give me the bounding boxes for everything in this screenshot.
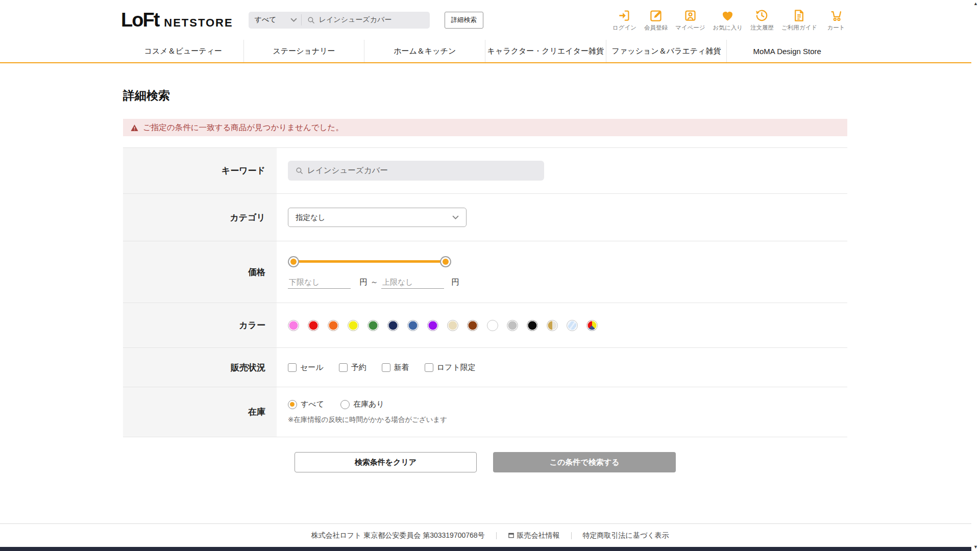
nav-home-kitchen[interactable]: ホーム＆キッチン: [364, 40, 485, 62]
favorites-link[interactable]: お気に入り: [713, 9, 743, 32]
logo-loft-text: LoFt: [121, 9, 159, 31]
color-swatch-yellow[interactable]: [348, 320, 359, 331]
loft-exclusive-checkbox[interactable]: [425, 363, 433, 372]
guide-link[interactable]: ご利用ガイド: [781, 9, 817, 32]
color-swatch-beige[interactable]: [447, 320, 458, 331]
color-swatch-navy[interactable]: [387, 320, 399, 331]
chevron-down-icon: [290, 18, 297, 22]
order-history-icon: [755, 9, 769, 22]
price-slider-max-handle[interactable]: [440, 256, 451, 267]
order-history-link[interactable]: 注文履歴: [750, 9, 774, 32]
stock-note: ※在庫情報の反映に時間がかかる場合がございます: [288, 415, 847, 424]
footer-dark-bar: [0, 547, 971, 551]
nav-stationery[interactable]: ステーショナリー: [243, 40, 364, 62]
price-label: 価格: [123, 241, 277, 303]
stock-label: 在庫: [123, 387, 277, 437]
login-icon: [618, 9, 631, 22]
sale-checkbox[interactable]: [288, 363, 297, 372]
stock-all-radio-label: すべて: [301, 399, 324, 409]
favorites-label: お気に入り: [713, 24, 743, 32]
footer-company-info: 株式会社ロフト 東京都公安委員会 第303319700768号: [311, 531, 484, 540]
stock-all-radio-item[interactable]: すべて: [288, 399, 324, 409]
price-max-input[interactable]: [381, 277, 444, 289]
category-nav: コスメ＆ビューティー ステーショナリー ホーム＆キッチン キャラクター・クリエイ…: [0, 40, 980, 63]
reservation-checkbox-item[interactable]: 予約: [339, 363, 366, 372]
color-swatch-blue[interactable]: [407, 320, 419, 331]
category-select[interactable]: 指定なし: [288, 208, 467, 227]
reservation-checkbox-label: 予約: [351, 363, 366, 372]
color-swatch-purple[interactable]: [427, 320, 438, 331]
new-arrival-checkbox-item[interactable]: 新着: [382, 363, 409, 372]
color-swatch-clear[interactable]: [567, 320, 578, 331]
nav-moma-design-store[interactable]: MoMA Design Store: [726, 40, 847, 62]
stock-row: 在庫 すべて 在庫あり ※在庫情報の反映に時間がかかる場合がございます: [123, 387, 847, 437]
login-link[interactable]: ログイン: [612, 9, 636, 32]
footer-link-seller-info-label: 販売会社情報: [517, 531, 560, 540]
footer-link-seller-info[interactable]: 販売会社情報: [508, 531, 560, 540]
mypage-link[interactable]: マイページ: [675, 9, 705, 32]
register-link[interactable]: 会員登録: [644, 9, 668, 32]
clear-conditions-button[interactable]: 検索条件をクリア: [295, 452, 477, 472]
header-search-bar: すべて: [249, 12, 430, 29]
price-slider-min-handle[interactable]: [288, 256, 299, 267]
color-swatch-red[interactable]: [308, 320, 319, 331]
footer: 株式会社ロフト 東京都公安委員会 第303319700768号 販売会社情報 特…: [0, 523, 980, 547]
nav-character-creator[interactable]: キャラクター・クリエイター雑貨: [485, 40, 606, 62]
mypage-label: マイページ: [675, 24, 705, 32]
color-swatch-pink[interactable]: [288, 320, 299, 331]
search-with-conditions-button[interactable]: この条件で検索する: [493, 452, 676, 472]
color-swatch-brown[interactable]: [467, 320, 478, 331]
logo-netstore-text: NETSTORE: [164, 16, 233, 30]
color-swatch-gold-silver[interactable]: [547, 320, 558, 331]
color-swatch-white[interactable]: [487, 320, 498, 331]
stock-in-stock-radio[interactable]: [340, 400, 350, 409]
price-row: 価格 円 ～ 円: [123, 241, 847, 303]
stock-all-radio[interactable]: [288, 400, 297, 409]
keyword-row: キーワード: [123, 148, 847, 194]
search-icon: [307, 16, 315, 24]
stock-in-stock-radio-item[interactable]: 在庫あり: [340, 399, 384, 409]
color-swatch-black[interactable]: [527, 320, 538, 331]
loft-netstore-logo[interactable]: LoFt NETSTORE: [121, 9, 233, 31]
search-category-dropdown[interactable]: すべて: [249, 12, 301, 29]
category-select-value: 指定なし: [296, 213, 452, 222]
mypage-icon: [683, 9, 697, 22]
nav-fashion-variety[interactable]: ファッション＆バラエティ雑貨: [606, 40, 727, 62]
footer-link-tokushoho[interactable]: 特定商取引法に基づく表示: [583, 531, 669, 540]
header-search-input[interactable]: [319, 16, 421, 24]
new-arrival-checkbox-label: 新着: [394, 363, 409, 372]
nav-cosme-beauty[interactable]: コスメ＆ビューティー: [123, 40, 243, 62]
reservation-checkbox[interactable]: [339, 363, 348, 372]
scrollbar[interactable]: ▲ ▼: [971, 0, 980, 551]
order-history-label: 注文履歴: [750, 24, 774, 32]
color-swatch-list: [288, 320, 847, 331]
sale-checkbox-label: セール: [300, 363, 324, 372]
color-swatch-gray[interactable]: [507, 320, 518, 331]
keyword-input[interactable]: [307, 166, 527, 176]
cart-link[interactable]: カート: [825, 9, 847, 32]
color-label: カラー: [123, 303, 277, 347]
new-arrival-checkbox[interactable]: [382, 363, 390, 372]
footer-divider: [496, 532, 497, 539]
color-swatch-orange[interactable]: [328, 320, 339, 331]
scrollbar-up-arrow[interactable]: ▲: [973, 2, 978, 6]
keyword-label: キーワード: [123, 148, 277, 193]
heart-icon: [721, 9, 734, 22]
category-label: カテゴリ: [123, 194, 277, 241]
sale-checkbox-item[interactable]: セール: [288, 363, 324, 372]
keyword-input-wrapper: [288, 161, 544, 181]
price-range-slider: [288, 256, 451, 267]
scrollbar-down-arrow[interactable]: ▼: [973, 545, 978, 549]
no-results-alert: ご指定の条件に一致する商品が見つかりませんでした。: [123, 119, 847, 136]
loft-exclusive-checkbox-label: ロフト限定: [437, 363, 476, 372]
price-min-input[interactable]: [288, 277, 351, 289]
register-icon: [649, 9, 663, 22]
color-swatch-multicolor[interactable]: [586, 320, 598, 331]
advanced-search-button[interactable]: 詳細検索: [445, 12, 483, 29]
sales-status-row: 販売状況 セール 予約 新着: [123, 348, 847, 387]
category-row: カテゴリ 指定なし: [123, 194, 847, 241]
color-swatch-green[interactable]: [368, 320, 379, 331]
register-label: 会員登録: [644, 24, 668, 32]
footer-link-tokushoho-label: 特定商取引法に基づく表示: [583, 531, 669, 540]
loft-exclusive-checkbox-item[interactable]: ロフト限定: [425, 363, 476, 372]
